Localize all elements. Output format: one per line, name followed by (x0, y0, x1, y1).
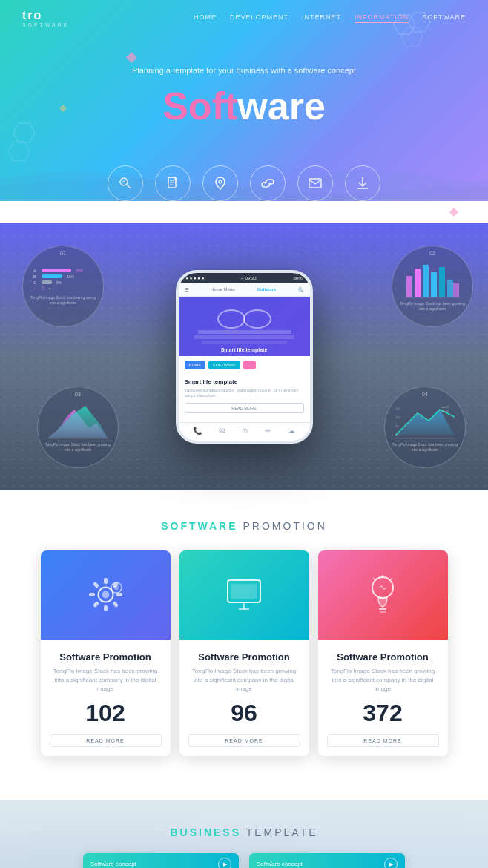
promo-card-1-top (41, 550, 171, 640)
promo-card-3-number: 372 (327, 700, 439, 727)
phone-section: 01 A 20% B 16% C 8% ↑ 7 ▼ TongF (0, 223, 488, 490)
phone-mockup: ● ● ● ● ● ⌐ 09:30 80% ☰ Home Menu Softwa… (176, 270, 313, 444)
column-chart-2 (405, 261, 461, 298)
mountain-chart-3 (48, 402, 108, 439)
video-card-2-play[interactable]: ▶ (384, 858, 398, 868)
video-card-2-header: Software concept ▶ (249, 853, 405, 868)
svg-rect-19 (415, 269, 421, 297)
video-card-1-header: Software concept ▶ (83, 853, 239, 868)
promo-heading: SOFTWARE PROMOTION (22, 520, 466, 532)
svg-text:serb2: serb2 (441, 410, 449, 413)
phone-mail-icon[interactable]: ✉ (219, 427, 225, 435)
phone-battery: 80% (293, 276, 302, 280)
svg-rect-38 (194, 335, 294, 339)
svg-rect-20 (423, 265, 429, 297)
promo-card-2-inner: Software Promotion TongFlo Image Stock h… (179, 550, 309, 756)
business-heading-colored: BUSINESS (170, 826, 241, 838)
video-card-1: Software concept ▶ (83, 853, 239, 868)
promo-card-1-text: TongFlo Image Stock has been growing int… (50, 667, 162, 694)
logo: tro SOFTWARE (22, 9, 69, 27)
svg-marker-1 (409, 13, 430, 32)
phone-content-text: In posuere quingilla producit in, quam r… (185, 388, 304, 398)
info-circle-4: 04 serb1 serb2 140 100 60 20 TongFlo Ima… (384, 387, 466, 468)
svg-rect-48 (111, 601, 118, 608)
wave-decoration (0, 157, 488, 201)
monitor-icon-card2 (225, 578, 263, 611)
phone-search[interactable]: 🔍 (298, 287, 303, 292)
circle-2-caption: TongFlo Image Stock has been growing int… (400, 301, 465, 312)
svg-text:140: 140 (395, 407, 400, 410)
promo-card-2: Software Promotion TongFlo Image Stock h… (179, 550, 309, 771)
svg-rect-49 (104, 605, 108, 611)
phone-buttons: HOME SOFTWARE ... (179, 356, 310, 374)
svg-point-54 (114, 585, 119, 590)
header: tro SOFTWARE HOME DEVELOPMENT INTERNET I… (0, 0, 488, 201)
phone-hero-image: Smart life template (179, 297, 310, 356)
phone-device: ● ● ● ● ● ⌐ 09:30 80% ☰ Home Menu Softwa… (176, 270, 313, 444)
promo-card-3-title: Software Promotion (327, 651, 439, 662)
svg-rect-52 (92, 582, 99, 588)
promo-card-1-body: Software Promotion TongFlo Image Stock h… (41, 640, 171, 756)
phone-hero-label: Smart life template (221, 347, 268, 352)
hero-section: Planning a template for your business wi… (22, 57, 466, 151)
promo-card-3: Software Promotion TongFlo Image Stock h… (318, 550, 448, 771)
line-chart-4: serb1 serb2 140 100 60 20 (395, 402, 455, 439)
promo-card-2-btn[interactable]: READ MORE (188, 734, 300, 747)
phone-btn-software[interactable]: SOFTWARE (208, 361, 240, 369)
bar-chart-1: A 20% B 16% C 8% ↑ 7 ▼ (33, 267, 93, 292)
circle-4-caption: TongFlo Image Stock has been growing int… (392, 442, 458, 453)
hex-deco-tr (384, 11, 444, 63)
phone-call-icon[interactable]: 📞 (193, 427, 202, 435)
svg-rect-22 (439, 267, 445, 297)
video-card-2: Software concept ▶ (249, 853, 405, 868)
business-section: BUSINESS TEMPLATE Software concept ▶ (0, 800, 488, 868)
phone-signal: ● ● ● ● ● (186, 276, 205, 280)
logo-subtitle: SOFTWARE (22, 22, 69, 27)
nav-development[interactable]: DEVELOPMENT (230, 13, 288, 23)
promo-card-2-title: Software Promotion (188, 651, 300, 662)
promo-card-3-btn[interactable]: READ MORE (327, 734, 439, 747)
nav-home[interactable]: HOME (194, 13, 217, 23)
promo-section: SOFTWARE PROMOTION (0, 490, 488, 800)
circle-1-caption: TongFlo Image Stock has been growing int… (30, 295, 96, 306)
phone-nav-menu: Home Menu (211, 287, 235, 292)
promo-card-1: Software Promotion TongFlo Image Stock h… (41, 550, 171, 771)
svg-text:serb1: serb1 (441, 405, 449, 409)
svg-line-65 (373, 578, 375, 580)
info-circle-1: 01 A 20% B 16% C 8% ↑ 7 ▼ TongF (22, 246, 104, 327)
svg-text:100: 100 (395, 415, 400, 419)
circle-3-caption: TongFlo Image Stock has been growing int… (45, 442, 111, 453)
business-heading-rest: TEMPLATE (241, 826, 318, 838)
phone-nav-tab: Software (257, 287, 276, 292)
gear-icon-card1 (85, 574, 126, 615)
phone-cloud-icon[interactable]: ☁ (288, 427, 295, 435)
promo-card-3-text: TongFlo Image Stock has been growing int… (327, 667, 439, 694)
circle-4-num: 04 (422, 392, 428, 397)
hero-title: Software (82, 84, 406, 128)
promo-card-2-number: 96 (188, 700, 300, 727)
phone-status-bar: ● ● ● ● ● ⌐ 09:30 80% (179, 273, 310, 283)
nav-internet[interactable]: INTERNET (302, 13, 341, 23)
circle-3-num: 03 (75, 392, 81, 397)
info-circle-2: 02 TongFlo Image Stock has been growing … (392, 246, 473, 327)
phone-read-more-btn[interactable]: READ MORE (185, 403, 304, 413)
svg-line-64 (390, 578, 392, 580)
promo-heading-rest: PROMOTION (238, 520, 327, 532)
promo-card-1-number: 102 (50, 700, 162, 727)
phone-btn-home[interactable]: HOME (185, 361, 206, 369)
svg-point-44 (102, 591, 109, 599)
video-card-1-play[interactable]: ▶ (218, 858, 231, 868)
phone-home-icon[interactable]: ⊙ (242, 427, 248, 435)
business-heading: BUSINESS TEMPLATE (22, 826, 466, 838)
phone-bottom-icons: 📞 ✉ ⊙ ✏ ☁ (179, 422, 310, 441)
promo-card-2-text: TongFlo Image Stock has been growing int… (188, 667, 300, 694)
promo-card-1-btn[interactable]: READ MORE (50, 734, 162, 747)
svg-marker-6 (449, 208, 458, 217)
phone-wifi: ⌐ 09:30 (241, 276, 256, 280)
phone-edit-icon[interactable]: ✏ (265, 427, 271, 435)
svg-rect-47 (116, 593, 122, 596)
phone-btn-3[interactable]: ... (243, 361, 256, 369)
hero-subtitle: Planning a template for your business wi… (82, 65, 406, 78)
svg-text:60: 60 (395, 424, 399, 428)
svg-rect-24 (453, 283, 459, 297)
